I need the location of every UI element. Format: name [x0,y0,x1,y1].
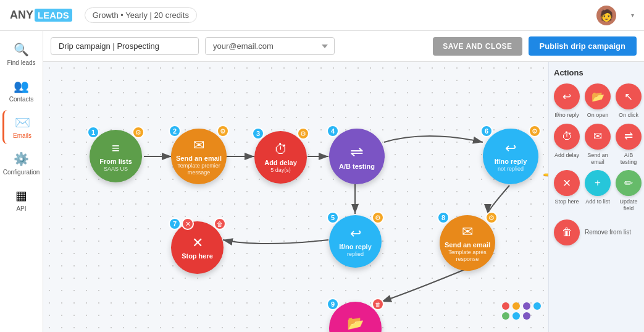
action-update-field-icon: ✏ [616,170,642,196]
node-6-icon: ↩ [505,140,516,156]
node-5-subtitle: replied [347,251,364,258]
action-add-delay[interactable]: ⏱ Add delay [554,124,580,166]
logo: ANY LEADS [10,9,72,22]
node-5-icon: ↩ [350,226,361,242]
action-on-click-label: On click [619,112,638,119]
node-7-delete[interactable]: 🗑 [214,218,226,230]
action-update-field-label: Update field [616,198,642,212]
node-2-gear[interactable]: ⚙ [217,125,229,137]
node-ifno-reply-2[interactable]: 6 ⚙ ↩ If/no reply not replied [483,129,538,184]
node-8-subtitle: Template après response [440,249,495,263]
node-1-subtitle: SAAS US [104,166,128,172]
sidebar-item-emails[interactable]: ✉️ Emails [2,110,41,144]
logo-leads: LEADS [35,9,72,22]
node-5-title: If/no reply [339,243,372,251]
find-leads-icon: 🔍 [14,42,29,57]
plan-info: Growth • Yearly | 20 credits [85,7,197,23]
node-ifno-reply-1[interactable]: 5 ⚙ ↩ If/no reply replied [329,215,382,268]
action-send-email-icon: ✉ [585,124,611,150]
api-icon: ▦ [15,188,27,203]
node-ab-testing[interactable]: 4 ⇌ A/B testing [329,129,385,184]
campaign-name-input[interactable] [51,37,199,55]
node-5-gear[interactable]: ⚙ [372,211,384,224]
user-avatar[interactable]: 🧑 [596,6,616,25]
main-layout: 🔍 Find leads 👥 Contacts ✉️ Emails ⚙️ Con… [0,31,644,332]
node-add-delay[interactable]: 3 ⚙ ⏱ Add delay 5 day(s) [254,131,307,184]
logo-any: ANY [10,9,33,22]
node-1-icon: ≡ [112,140,120,156]
node-2-icon: ✉ [193,137,204,153]
action-stop-here[interactable]: ✕ Stop here [554,170,580,212]
action-ab-testing-label: A/B testing [616,152,642,166]
node-1-gear[interactable]: ⚙ [132,126,144,138]
action-update-field[interactable]: ✏ Update field [616,170,642,212]
action-on-click[interactable]: ↖ On click [616,83,642,119]
action-on-click-icon: ↖ [616,83,642,109]
node-3-icon: ⏱ [274,142,288,158]
canvas-wrapper: 1 ⚙ ≡ From lists SAAS US 2 ⚙ ✉ Send an e… [43,62,644,332]
node-9-delete[interactable]: 🗑 [372,298,384,310]
top-navigation: ANY LEADS Growth • Yearly | 20 credits 🧑… [0,0,644,31]
legend-dots [502,302,541,320]
sidebar-label-find-leads: Find leads [7,59,35,66]
action-remove-from-list[interactable]: 🗑 Remove from list [554,219,642,245]
node-3-gear[interactable]: ⚙ [297,127,309,140]
action-on-open-label: On open [587,112,609,119]
node-1-title: From lists [99,158,132,166]
publish-button[interactable]: Publish drip campaign [529,36,637,56]
user-dropdown-arrow[interactable]: ▾ [631,12,634,19]
action-send-email[interactable]: ✉ Send an email [585,124,611,166]
actions-panel: Actions ↩ If/no reply 📂 On open ↖ [548,62,644,332]
node-8-number: 8 [437,211,450,224]
node-2-title: Send an email [176,155,222,163]
node-from-lists[interactable]: 1 ⚙ ≡ From lists SAAS US [90,130,142,182]
action-remove-from-list-icon: 🗑 [554,219,580,245]
node-7-x: ✕ [182,218,194,230]
action-ifno-reply-icon: ↩ [554,83,580,109]
node-4-icon: ⇌ [350,142,364,161]
node-4-title: A/B testing [339,163,375,171]
sidebar-item-find-leads[interactable]: 🔍 Find leads [2,37,41,71]
workflow-connections [43,62,548,332]
email-select[interactable]: your@email.com [205,37,335,55]
node-9-icon: 📂 [347,315,364,331]
action-ab-testing-icon: ⇌ [616,124,642,150]
node-8-gear[interactable]: ⚙ [485,211,498,224]
action-ifno-reply-label: If/no reply [554,112,579,119]
sidebar-item-configuration[interactable]: ⚙️ Configuration [2,147,41,181]
action-on-open[interactable]: 📂 On open [585,83,611,119]
action-ifno-reply[interactable]: ↩ If/no reply [554,83,580,119]
node-3-subtitle: 5 day(s) [270,167,291,174]
node-stop-here[interactable]: 7 🗑 ✕ ✕ Stop here [171,221,224,274]
node-8-title: Send an email [445,241,490,249]
sidebar-label-api: API [16,205,26,212]
action-add-to-list[interactable]: + Add to list [585,170,611,212]
action-stop-here-label: Stop here [554,198,579,205]
node-7-icon: ✕ [192,235,203,251]
save-close-button[interactable]: SAVE AND CLOSE [433,37,522,56]
action-add-delay-label: Add delay [554,152,579,159]
action-ab-testing[interactable]: ⇌ A/B testing [616,124,642,166]
sidebar-item-contacts[interactable]: 👥 Contacts [2,74,41,108]
node-on-open[interactable]: 9 🗑 📂 On open [329,302,382,332]
action-on-open-icon: 📂 [585,83,611,109]
sidebar-label-contacts: Contacts [9,96,33,103]
action-add-to-list-label: Add to list [585,198,610,205]
node-send-email-1[interactable]: 2 ⚙ ✉ Send an email Template premier mes… [171,129,227,184]
workflow-canvas[interactable]: 1 ⚙ ≡ From lists SAAS US 2 ⚙ ✉ Send an e… [43,62,548,332]
actions-title: Actions [554,68,639,77]
node-6-gear[interactable]: ⚙ [529,125,541,137]
configuration-icon: ⚙️ [14,151,29,166]
content-area: your@email.com SAVE AND CLOSE Publish dr… [43,31,644,332]
node-3-title: Add delay [264,159,297,167]
sidebar-label-configuration: Configuration [3,169,40,176]
actions-grid: ↩ If/no reply 📂 On open ↖ On click [554,83,639,245]
sidebar-item-api[interactable]: ▦ API [2,183,41,217]
contacts-icon: 👥 [14,79,29,93]
action-add-to-list-icon: + [585,170,611,196]
node-1-number: 1 [87,126,99,138]
node-7-title: Stop here [182,252,213,260]
hand-decoration: 👉 [542,167,548,187]
sidebar: 🔍 Find leads 👥 Contacts ✉️ Emails ⚙️ Con… [0,31,43,332]
node-send-email-2[interactable]: 8 ⚙ ✉ Send an email Template après respo… [440,215,495,271]
